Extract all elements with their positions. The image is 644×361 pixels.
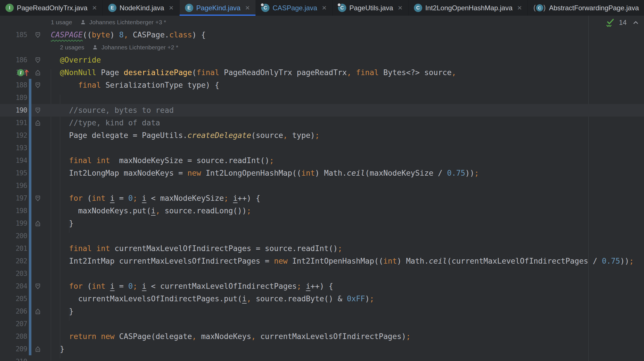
line-number[interactable]: 202 [0, 255, 27, 267]
inspections-count[interactable]: 14 [619, 19, 627, 27]
vcs-change-marker[interactable] [29, 79, 31, 91]
usages-hint[interactable]: 2 usages [60, 44, 84, 51]
vcs-change-marker[interactable] [29, 242, 31, 255]
line-number[interactable]: 201 [0, 242, 27, 255]
line-number[interactable]: 188 [0, 79, 27, 91]
implements-method-icon[interactable]: I [17, 69, 29, 77]
code-text[interactable]: final SerializationType type) { [42, 79, 219, 91]
fold-expanded-icon[interactable] [34, 282, 42, 290]
vcs-change-marker[interactable] [29, 305, 31, 318]
vcs-change-marker[interactable] [29, 318, 31, 330]
line-number[interactable]: 189 [0, 91, 27, 104]
tab-PageKind-java[interactable]: EPageKind.java✕ [180, 0, 256, 16]
code-line-200: 200 [0, 230, 644, 242]
line-number[interactable]: 191 [0, 117, 27, 129]
vcs-change-marker[interactable] [29, 192, 31, 204]
vcs-change-marker[interactable] [29, 204, 31, 217]
line-number[interactable]: 205 [0, 292, 27, 305]
line-number[interactable]: 190 [0, 104, 27, 117]
line-number[interactable]: 208 [0, 330, 27, 343]
code-text[interactable]: @NonNull Page deserializePage(final Page… [42, 66, 456, 79]
line-number[interactable]: 209 [0, 343, 27, 355]
code-text[interactable]: //type, kind of data [42, 117, 160, 129]
line-number[interactable]: 204 [0, 280, 27, 292]
line-number[interactable]: 192 [0, 129, 27, 142]
code-text[interactable]: maxNodeKeys.put(i, source.readLong()); [42, 204, 251, 217]
vcs-change-marker[interactable] [29, 267, 31, 280]
code-text[interactable]: Int2IntMap currentMaxLevelsOfIndirectPag… [42, 255, 634, 267]
code-text[interactable]: Int2LongMap maxNodeKeys = new Int2LongOp… [42, 167, 479, 179]
code-text[interactable]: currentMaxLevelsOfIndirectPages.put(i, s… [42, 292, 374, 305]
code-line-199: 199 } [0, 217, 644, 230]
line-number[interactable]: 199 [0, 217, 27, 230]
fold-end-icon[interactable] [34, 345, 42, 353]
vcs-change-marker[interactable] [29, 104, 31, 117]
inspections-ok-icon[interactable] [605, 17, 615, 28]
code-text[interactable]: final int maxNodeKeySize = source.readIn… [42, 154, 274, 167]
vcs-change-marker[interactable] [29, 129, 31, 142]
code-text[interactable]: final int currentMaxLevelOfIndirectPages… [42, 242, 342, 255]
line-number[interactable]: 206 [0, 305, 27, 318]
line-number[interactable]: 195 [0, 167, 27, 179]
tab-PageReadOnlyTrx-java[interactable]: IPageReadOnlyTrx.java✕ [0, 0, 103, 16]
fold-expanded-icon[interactable] [34, 56, 42, 64]
tab-CASPage-java[interactable]: CCASPage.java✕ [256, 0, 333, 16]
chevron-up-icon[interactable] [632, 19, 639, 26]
fold-end-icon[interactable] [34, 308, 42, 315]
line-number[interactable]: 210 [0, 355, 27, 361]
vcs-change-marker[interactable] [29, 255, 31, 267]
code-text[interactable]: for (int i = 0; i < currentMaxLevelOfInd… [42, 280, 333, 292]
line-number[interactable]: 200 [0, 230, 27, 242]
line-number[interactable]: 207 [0, 318, 27, 330]
vcs-change-marker[interactable] [29, 292, 31, 305]
fold-expanded-icon[interactable] [34, 81, 42, 89]
fold-expanded-icon[interactable] [34, 107, 42, 114]
vcs-change-marker[interactable] [29, 167, 31, 179]
vcs-change-marker[interactable] [29, 217, 31, 230]
author-hint[interactable]: Johannes Lichtenberger +2 * [101, 44, 178, 51]
vcs-change-marker[interactable] [29, 117, 31, 129]
usages-hint[interactable]: 1 usage [51, 19, 72, 26]
code-text[interactable]: Page delegate = PageUtils.createDelegate… [42, 129, 319, 142]
tab-NodeKind-java[interactable]: ENodeKind.java✕ [103, 0, 180, 16]
fold-end-icon[interactable] [34, 119, 42, 127]
line-number[interactable]: 185 [0, 29, 27, 41]
line-number[interactable]: 186 [0, 54, 27, 66]
line-number[interactable]: 193 [0, 142, 27, 154]
vcs-change-marker[interactable] [29, 154, 31, 167]
line-number[interactable]: 198 [0, 204, 27, 217]
vcs-change-marker[interactable] [29, 179, 31, 192]
line-number[interactable]: 203 [0, 267, 27, 280]
close-tab-icon[interactable]: ✕ [92, 5, 97, 11]
close-tab-icon[interactable]: ✕ [398, 5, 403, 11]
vcs-change-marker[interactable] [29, 230, 31, 242]
code-text[interactable]: } [42, 305, 74, 318]
line-number[interactable]: 194 [0, 154, 27, 167]
tab-Int2LongOpenHashMap-java[interactable]: CInt2LongOpenHashMap.java✕ [408, 0, 528, 16]
vcs-change-marker[interactable] [29, 91, 31, 104]
close-tab-icon[interactable]: ✕ [245, 5, 250, 11]
fold-expanded-icon[interactable] [34, 31, 42, 39]
code-text[interactable]: for (int i = 0; i < maxNodeKeySize; i++)… [42, 192, 260, 204]
code-text[interactable]: } [42, 217, 74, 230]
code-text[interactable]: CASPAGE((byte) 8, CASPage.class) { [42, 29, 206, 41]
close-tab-icon[interactable]: ✕ [322, 5, 327, 11]
tab-PageUtils-java[interactable]: CPageUtils.java✕ [333, 0, 408, 16]
code-text[interactable]: return new CASPage(delegate, maxNodeKeys… [42, 330, 410, 343]
fold-end-icon[interactable] [34, 220, 42, 227]
vcs-change-marker[interactable] [29, 330, 31, 343]
vcs-change-marker[interactable] [29, 280, 31, 292]
fold-end-icon[interactable] [34, 69, 42, 77]
close-tab-icon[interactable]: ✕ [517, 5, 522, 11]
line-number[interactable]: 197 [0, 192, 27, 204]
tab-AbstractForwardingPage-java[interactable]: (C)AbstractForwardingPage.java✕ [528, 0, 644, 16]
vcs-change-marker[interactable] [29, 142, 31, 154]
code-text[interactable]: //source, bytes to read [42, 104, 174, 117]
vcs-change-marker[interactable] [29, 343, 31, 355]
fold-expanded-icon[interactable] [34, 194, 42, 202]
line-number[interactable]: 196 [0, 179, 27, 192]
code-text[interactable]: @Override [42, 54, 101, 66]
author-hint[interactable]: Johannes Lichtenberger +3 * [89, 19, 166, 26]
code-text[interactable]: } [42, 343, 65, 355]
close-tab-icon[interactable]: ✕ [169, 5, 174, 11]
